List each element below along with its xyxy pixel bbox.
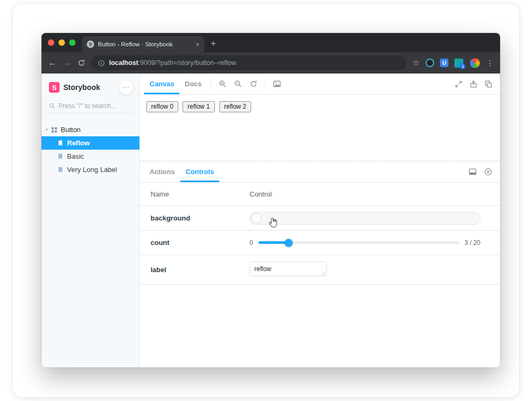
- preview-button-reflow-2[interactable]: reflow 2: [219, 101, 251, 112]
- tree-group-button[interactable]: ▾ Button: [41, 124, 139, 136]
- open-in-new-tab-icon[interactable]: [466, 73, 481, 94]
- extension-u-icon[interactable]: U: [440, 59, 448, 67]
- control-row-count: count 0 3 / 20: [140, 231, 500, 255]
- background-icon[interactable]: [269, 73, 285, 94]
- control-column-header: Control: [250, 190, 500, 198]
- reload-icon[interactable]: [78, 59, 85, 67]
- zoom-in-icon[interactable]: [215, 73, 230, 94]
- zoom-out-icon[interactable]: [230, 73, 246, 94]
- extension-badged-icon[interactable]: 1: [454, 59, 463, 68]
- controls-panel: Name Control background: [140, 183, 500, 367]
- browser-toolbar: ← → localhost:9009/?path=/story/button--…: [41, 52, 500, 73]
- control-name: label: [140, 266, 250, 274]
- background-color-control[interactable]: [250, 212, 480, 225]
- name-column-header: Name: [140, 190, 250, 198]
- preview-button-reflow-1[interactable]: reflow 1: [182, 101, 214, 112]
- main-content: Canvas Docs: [139, 73, 500, 367]
- traffic-lights: [48, 39, 76, 46]
- storybook-logo: S: [49, 82, 60, 93]
- url-host: localhost: [109, 59, 138, 67]
- close-panel-icon[interactable]: [480, 161, 496, 182]
- address-bar[interactable]: localhost:9009/?path=/story/button--refl…: [92, 55, 406, 70]
- tab-title: Button - Reflow · Storybook: [98, 41, 192, 47]
- component-icon: [51, 127, 57, 133]
- close-window-button[interactable]: [48, 39, 54, 46]
- tree-item-label: Very Long Label: [67, 166, 117, 174]
- color-swatch[interactable]: [251, 213, 262, 224]
- count-slider-thumb[interactable]: [285, 239, 293, 247]
- search-box[interactable]: [49, 102, 132, 113]
- hand-cursor-icon: [269, 217, 278, 228]
- controls-header-row: Name Control: [140, 183, 500, 206]
- tab-actions[interactable]: Actions: [144, 161, 180, 182]
- preview-canvas: reflow 0 reflow 1 reflow 2: [140, 95, 500, 161]
- range-value-label: 3 / 20: [464, 239, 480, 247]
- count-slider-track[interactable]: [259, 241, 459, 244]
- storybook-app: S Storybook … ▾ Button: [41, 73, 500, 367]
- extension-circle-icon[interactable]: [426, 59, 434, 67]
- divider: [211, 78, 211, 89]
- addon-panel-tabs: Actions Controls: [140, 161, 500, 183]
- preview-button-reflow-0[interactable]: reflow 0: [146, 101, 178, 112]
- count-slider-fill: [259, 241, 289, 244]
- forward-icon[interactable]: →: [63, 59, 71, 67]
- browser-tab[interactable]: S Button - Reflow · Storybook ×: [82, 36, 204, 52]
- canvas-toolbar: Canvas Docs: [140, 73, 500, 95]
- tree-item-label: Reflow: [67, 139, 90, 147]
- panel-empty-space: [140, 285, 500, 367]
- sidebar: S Storybook … ▾ Button: [41, 73, 139, 367]
- new-tab-button[interactable]: +: [211, 38, 216, 49]
- fullscreen-icon[interactable]: [451, 73, 466, 94]
- minimize-window-button[interactable]: [59, 39, 65, 46]
- copy-link-icon[interactable]: [481, 73, 496, 94]
- search-input[interactable]: [59, 102, 122, 110]
- info-icon[interactable]: [98, 60, 105, 67]
- extension-badge: 1: [460, 64, 466, 69]
- storybook-favicon-icon: S: [87, 40, 94, 48]
- count-range-control: 0 3 / 20: [250, 239, 480, 247]
- chevron-down-icon[interactable]: ▾: [46, 127, 48, 132]
- range-min-label: 0: [250, 239, 253, 247]
- sidebar-item-basic[interactable]: Basic: [41, 150, 139, 163]
- divider: [265, 78, 265, 89]
- tree-item-label: Basic: [67, 152, 84, 160]
- extension-cluster: ☆ U 1 ⋮: [413, 58, 494, 69]
- control-row-background: background: [140, 206, 500, 231]
- sidebar-item-reflow[interactable]: Reflow: [41, 136, 139, 150]
- browser-titlebar: S Button - Reflow · Storybook × +: [41, 33, 500, 52]
- back-icon[interactable]: ←: [48, 59, 56, 67]
- search-icon: [49, 103, 55, 109]
- control-name: background: [140, 214, 250, 222]
- bookmark-star-icon[interactable]: ☆: [413, 58, 420, 68]
- sidebar-item-very-long-label[interactable]: Very Long Label: [41, 163, 139, 176]
- tab-close-icon[interactable]: ×: [195, 41, 200, 48]
- browser-menu-icon[interactable]: ⋮: [486, 59, 494, 67]
- panel-position-icon[interactable]: [465, 161, 480, 182]
- tab-controls[interactable]: Controls: [180, 161, 219, 182]
- brand-title: Storybook: [63, 83, 115, 92]
- control-row-label: label reflow: [140, 255, 500, 285]
- bookmark-icon: [57, 153, 63, 160]
- tree-group-label: Button: [61, 126, 81, 134]
- zoom-reset-icon[interactable]: [246, 73, 261, 94]
- bookmark-icon: [57, 167, 63, 173]
- bookmark-icon: [57, 140, 63, 146]
- sidebar-menu-button[interactable]: …: [119, 80, 133, 94]
- url-path: :9009/?path=/story/button--reflow: [138, 59, 236, 67]
- url-text: localhost:9009/?path=/story/button--refl…: [109, 59, 236, 67]
- label-textarea[interactable]: reflow: [250, 261, 327, 276]
- tab-docs[interactable]: Docs: [179, 73, 207, 94]
- story-tree: ▾ Button Reflow Basic: [41, 124, 139, 176]
- control-name: count: [140, 239, 250, 247]
- profile-avatar[interactable]: [469, 58, 480, 69]
- browser-window: S Button - Reflow · Storybook × + ← → lo…: [41, 33, 500, 367]
- zoom-window-button[interactable]: [69, 39, 76, 46]
- tab-canvas[interactable]: Canvas: [144, 73, 179, 94]
